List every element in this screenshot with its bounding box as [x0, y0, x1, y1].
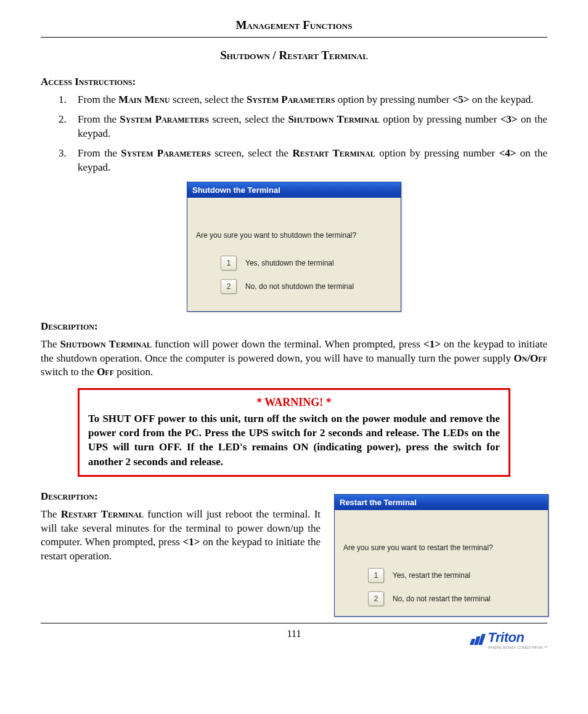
access-steps-list: From the Main Menu screen, select the Sy…: [41, 93, 547, 174]
text: screen, select the: [170, 94, 247, 105]
text: option by pressing number: [375, 147, 499, 159]
term-system-parameters: System Parameters: [121, 147, 211, 159]
list-item: From the System Parameters screen, selec…: [69, 113, 547, 140]
term-restart-terminal: Restart Terminal: [292, 147, 375, 159]
text: The: [41, 508, 61, 520]
warning-title: * WARNING! *: [88, 396, 500, 409]
key-1: <1>: [423, 338, 441, 350]
term-system-parameters: System Parameters: [247, 94, 335, 105]
restart-terminal-dialog: Restart the Terminal Are you sure you wa…: [334, 494, 549, 617]
logo-brand: Triton: [488, 630, 547, 646]
triton-logo: Triton WHERE MONEY COMES FROM.™: [472, 630, 547, 649]
dialog-option-label: No, do not restart the terminal: [393, 594, 491, 603]
key-1: <1>: [183, 536, 200, 548]
logo-tagline: WHERE MONEY COMES FROM.™: [488, 646, 547, 649]
dialog-option-no[interactable]: 2 No, do not shutdown the terminal: [221, 279, 392, 294]
page-footer: 111 Triton WHERE MONEY COMES FROM.™: [41, 623, 547, 639]
term-off: Off: [97, 366, 114, 378]
term-main-menu: Main Menu: [118, 94, 170, 105]
dialog-option-no[interactable]: 2 No, do not restart the terminal: [368, 591, 539, 606]
text: From the: [78, 94, 118, 105]
dialog-question: Are you sure you want to shutdown the te…: [196, 231, 392, 240]
dialog-question: Are you sure you want to restart the ter…: [343, 543, 539, 552]
warning-body: To SHUT OFF power to this unit, turn off…: [88, 412, 500, 469]
dialog-title: Restart the Terminal: [335, 495, 548, 510]
list-item: From the Main Menu screen, select the Sy…: [69, 93, 547, 107]
dialog-option-yes[interactable]: 1 Yes, restart the terminal: [368, 568, 539, 583]
keypad-1-icon: 1: [368, 568, 384, 583]
term-shutdown-terminal: Shutdown Terminal: [60, 338, 152, 350]
description-label: Description:: [41, 490, 321, 503]
text: option by pressing number: [335, 94, 452, 105]
text: switch to the: [41, 366, 97, 378]
dialog-option-label: Yes, restart the terminal: [393, 571, 470, 580]
term-restart-terminal: Restart Terminal: [61, 508, 144, 520]
term-system-parameters: System Parameters: [120, 113, 209, 125]
warning-box: * WARNING! * To SHUT OFF power to this u…: [78, 388, 510, 477]
triton-logo-icon: [470, 634, 486, 645]
shutdown-terminal-dialog: Shutdown the Terminal Are you sure you w…: [187, 182, 401, 312]
text: The: [41, 338, 60, 350]
page-header: Management Functions: [41, 18, 547, 38]
text: function will power down the terminal. W…: [152, 338, 423, 350]
text: option by pressing number: [380, 113, 500, 125]
text: From the: [78, 113, 120, 125]
dialog-option-label: No, do not shutdown the terminal: [245, 282, 354, 291]
dialog-title: Shutdown the Terminal: [187, 182, 401, 198]
text: From the: [78, 147, 121, 159]
key-5: <5>: [452, 94, 470, 105]
page-number: 111: [287, 628, 301, 639]
keypad-1-icon: 1: [221, 256, 237, 270]
keypad-2-icon: 2: [368, 591, 384, 606]
access-instructions-label: Access Instructions:: [41, 76, 547, 88]
text: screen, select the: [209, 113, 288, 125]
restart-description: The Restart Terminal function will just …: [41, 508, 321, 563]
text: screen, select the: [211, 147, 293, 159]
term-shutdown-terminal: Shutdown Terminal: [288, 113, 380, 125]
list-item: From the System Parameters screen, selec…: [69, 147, 547, 174]
dialog-option-label: Yes, shutdown the terminal: [245, 259, 334, 267]
key-3: <3>: [500, 113, 518, 125]
text: position.: [114, 366, 153, 378]
keypad-2-icon: 2: [221, 279, 237, 294]
section-title: Shutdown / Restart Terminal: [41, 49, 547, 62]
dialog-option-yes[interactable]: 1 Yes, shutdown the terminal: [221, 256, 392, 270]
term-on-off: On/Off: [514, 352, 548, 364]
shutdown-description: The Shutdown Terminal function will powe…: [41, 338, 547, 379]
key-4: <4>: [499, 147, 517, 159]
description-label: Description:: [41, 320, 547, 333]
text: on the keypad.: [470, 94, 534, 105]
